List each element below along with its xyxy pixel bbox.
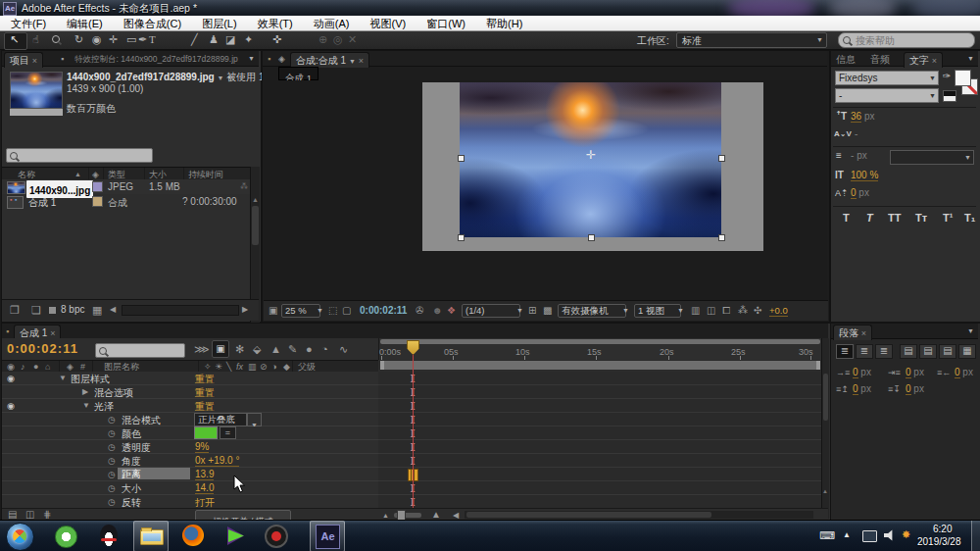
menu-file[interactable]: 文件(F) [2,16,55,31]
safe-margins-icon[interactable]: ⬚ [328,305,337,317]
rotate-tool-icon[interactable]: ↻ [74,31,83,47]
bpc-box-icon[interactable] [49,307,56,314]
align-center-button[interactable]: ≣ [856,344,873,359]
blend-mode-dropdown-arrow[interactable]: ▼ [247,413,262,426]
space-after-field[interactable]: 0 px [906,383,924,394]
panel-menu-icon[interactable]: ▼ [967,327,974,334]
stroke-style-dropdown[interactable]: ▼ [890,150,974,165]
scroll-down-icon[interactable]: ▲ [822,485,828,497]
baseline-number[interactable]: 0 [851,187,857,199]
zoom-tool-icon[interactable] [52,35,60,43]
resolution-dropdown[interactable]: (1/4) [462,304,520,318]
property-group-label[interactable]: 混合选项 [94,386,133,400]
font-size-number[interactable]: 36 [851,111,861,123]
timeline-row[interactable]: ◷ 角度 0x +19.0 ° I [2,454,821,468]
indent-right-value[interactable]: 0 [955,367,960,378]
live-update-button-active[interactable]: ▣ [212,340,229,358]
taskbar-media-player[interactable] [218,522,251,551]
close-icon[interactable]: × [932,56,937,66]
scrollbar-thumb[interactable] [252,206,259,245]
selection-tool-icon[interactable]: ↖ [10,31,19,47]
stopwatch-icon[interactable]: ◷ [108,414,116,426]
timeline-link-icon[interactable]: ⧠ [722,305,730,317]
timeline-row[interactable]: ◉ ▼ 光泽 重置 I [2,399,821,413]
indent-right-field[interactable]: 0 px [955,367,973,377]
tab-info[interactable]: 信息 [836,53,856,67]
draft-3d-icon[interactable]: ✻ [235,343,244,355]
table-row[interactable]: ▪▪ 合成 1 合成 ? 0:00:30:00 [2,194,251,209]
time-navigator-bar[interactable] [380,339,820,344]
property-label[interactable]: 角度 [122,455,141,469]
justify-all-button[interactable]: ▦ [958,344,976,359]
menu-help[interactable]: 帮助(H) [477,16,531,31]
comp-breadcrumb-tab[interactable]: 合成 1 [278,67,318,80]
indent-left-field[interactable]: 0 px [853,367,871,377]
help-search-box[interactable] [838,32,975,48]
shine-color-swatch[interactable] [194,426,218,439]
channels-icon[interactable]: ❖ [447,305,456,317]
stopwatch-icon[interactable]: ◷ [108,482,116,494]
twirl-down-icon[interactable]: ▼ [59,373,67,384]
property-value[interactable]: 9% [195,441,209,453]
faux-bold-button[interactable]: T [843,212,850,224]
timeline-hscrollbar[interactable] [465,511,813,519]
space-before-value[interactable]: 0 [853,383,858,395]
trash-icon[interactable]: ▦ [92,304,102,316]
menu-edit[interactable]: 编辑(E) [58,16,112,31]
timeline-row[interactable]: ◉ ▼ 图层样式 重置 I [2,372,821,385]
font-style-dropdown[interactable]: - ▼ [835,88,939,103]
timeline-search-box[interactable] [95,343,185,358]
eraser-tool-icon[interactable]: ◪ [225,31,235,47]
start-button[interactable] [6,523,34,551]
motion-blur-icon[interactable]: ✎ [288,343,297,355]
share-view-icon[interactable]: ▥ [691,305,700,317]
graph-editor-icon[interactable]: ∿ [339,343,348,355]
timeline-zoom-slider[interactable] [394,513,421,518]
selection-handle[interactable] [458,155,465,162]
eye-icon[interactable]: ◉ [7,373,15,384]
type-tool-icon[interactable]: T [149,31,156,47]
timeline-row[interactable]: ◷ 大小 14.0 I [2,481,821,495]
faux-italic-button[interactable]: T [866,212,873,224]
superscript-button[interactable]: T¹ [943,212,953,224]
zoom-dropdown[interactable]: 25 % [281,304,320,318]
small-caps-button[interactable]: Tт [915,212,927,224]
new-folder-icon[interactable]: ❏ [31,304,41,316]
flowchart-icon[interactable]: ⁂ [738,305,748,317]
property-group-label[interactable]: 光泽 [94,400,114,414]
chevron-down-icon[interactable]: ▼ [349,58,356,65]
close-icon[interactable]: × [359,56,364,66]
viewer-timecode[interactable]: 0:00:02:11 [360,305,407,316]
snapshot-icon[interactable]: ✇ [416,305,423,317]
mini-flowchart-icon[interactable]: ◫ [707,305,715,317]
align-right-button[interactable]: ≣ [875,344,893,359]
camera-tool-icon[interactable]: ◉ [92,31,102,47]
tray-expand-icon[interactable]: ▲ [843,530,851,539]
lock-icon[interactable]: ◈ [278,53,285,65]
panel-menu-icon[interactable]: ▼ [967,55,974,62]
auto-keyframe-icon[interactable]: ◔ [321,343,328,355]
transparency-grid-icon[interactable]: ▩ [543,305,552,317]
tab-character[interactable]: 文字 × [904,52,943,68]
region-icon[interactable]: ⊞ [528,305,536,317]
color-eyedropper-button[interactable]: = [220,426,236,439]
menu-layer[interactable]: 图层(L) [193,16,245,31]
row-label-swatch[interactable] [92,196,103,207]
clock-time[interactable]: 6:20 [933,524,952,534]
reset-link[interactable]: 重置 [195,373,215,386]
scroll-left-icon[interactable]: ◀ [110,304,116,316]
input-method-icon[interactable]: ⌨ [819,529,835,542]
exposure-value[interactable]: +0.0 [769,305,788,317]
taskbar-after-effects[interactable]: Ae [310,521,345,551]
stopwatch-icon[interactable]: ◷ [108,496,116,508]
work-area-bar[interactable] [379,360,821,371]
selection-handle[interactable] [718,155,725,162]
reset-link[interactable]: 重置 [195,400,215,414]
reset-link[interactable]: 重置 [195,386,215,400]
puppet-pin-tool-icon[interactable]: ✜ [272,31,281,47]
vertical-scale-value[interactable]: 100 % [851,170,878,181]
baseline-shift-value[interactable]: 0 px [851,187,869,198]
viewer-area[interactable]: ✛ [264,80,827,300]
chevron-down-icon[interactable]: ▼ [217,75,223,81]
always-preview-icon[interactable]: ▣ [269,305,277,317]
